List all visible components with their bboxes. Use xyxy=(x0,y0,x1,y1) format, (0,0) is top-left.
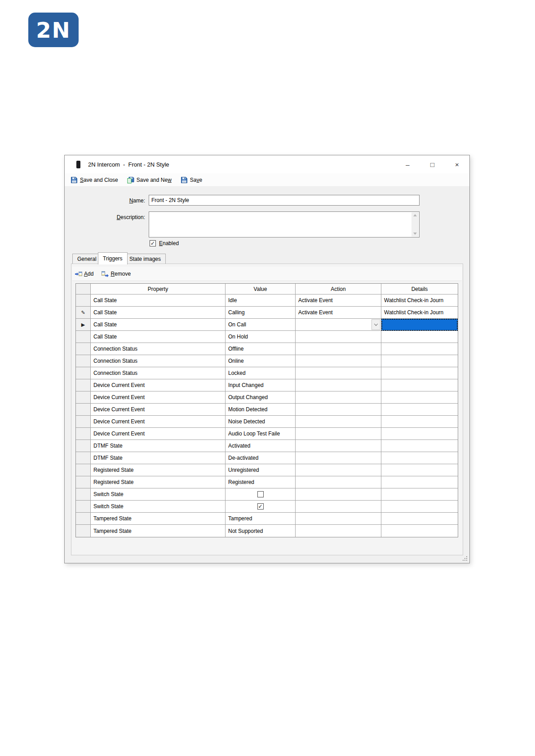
cell-property[interactable]: Connection Status xyxy=(91,355,225,367)
save-button[interactable]: Save xyxy=(181,176,202,184)
description-input[interactable] xyxy=(149,211,420,237)
cell-action[interactable] xyxy=(296,440,381,452)
cell-action[interactable]: Activate Event xyxy=(296,307,381,319)
cell-value[interactable]: Idle xyxy=(225,294,296,307)
row-header[interactable] xyxy=(76,476,91,488)
cell-property[interactable]: Call State xyxy=(91,307,225,319)
cell-details[interactable] xyxy=(381,391,458,404)
cell-value[interactable]: Not Supported xyxy=(225,525,296,537)
cell-value[interactable]: Activated xyxy=(225,440,296,452)
cell-action[interactable] xyxy=(296,513,381,525)
cell-property[interactable]: Tampered State xyxy=(91,513,225,525)
scroll-down-icon[interactable] xyxy=(413,233,417,235)
cell-action[interactable] xyxy=(296,452,381,464)
cell-property[interactable]: Registered State xyxy=(91,464,225,476)
name-input[interactable]: Front - 2N Style xyxy=(149,195,420,206)
row-header[interactable] xyxy=(76,404,91,416)
cell-property[interactable]: DTMF State xyxy=(91,452,225,464)
scroll-up-icon[interactable] xyxy=(413,214,417,216)
window-resize-grip[interactable] xyxy=(463,556,468,562)
row-header[interactable] xyxy=(76,525,91,537)
cell-details[interactable] xyxy=(381,379,458,391)
cell-details[interactable] xyxy=(381,355,458,367)
cell-property[interactable]: Tampered State xyxy=(91,525,225,537)
column-header-property[interactable]: Property xyxy=(91,284,225,294)
cell-value[interactable]: Noise Detected xyxy=(225,416,296,428)
cell-value[interactable]: Locked xyxy=(225,367,296,379)
row-header[interactable] xyxy=(76,464,91,476)
cell-property[interactable]: Call State xyxy=(91,319,225,331)
cell-value[interactable]: De-activated xyxy=(225,452,296,464)
cell-value[interactable]: Audio Loop Test Faile xyxy=(225,428,296,440)
cell-property[interactable]: Switch State xyxy=(91,488,225,501)
cell-value[interactable] xyxy=(225,488,296,501)
cell-action[interactable] xyxy=(296,343,381,355)
cell-details[interactable] xyxy=(381,488,458,501)
cell-property[interactable]: Call State xyxy=(91,294,225,307)
minimize-button[interactable]: – xyxy=(395,155,420,173)
cell-action[interactable] xyxy=(296,501,381,513)
cell-details[interactable] xyxy=(381,452,458,464)
cell-action[interactable] xyxy=(296,525,381,537)
cell-action[interactable] xyxy=(296,416,381,428)
cell-property[interactable]: Registered State xyxy=(91,476,225,488)
cell-details[interactable] xyxy=(381,404,458,416)
cell-action[interactable] xyxy=(296,404,381,416)
cell-action[interactable] xyxy=(296,379,381,391)
remove-button[interactable]: Remove xyxy=(102,270,131,277)
row-header[interactable]: ▶ xyxy=(76,319,91,331)
cell-value[interactable]: On Call xyxy=(225,319,296,331)
cell-value[interactable]: On Hold xyxy=(225,331,296,343)
save-and-close-button[interactable]: Save and Close xyxy=(71,176,118,184)
tab-general[interactable]: General xyxy=(72,254,102,264)
chevron-down-icon[interactable] xyxy=(371,319,380,330)
switch-state-checkbox[interactable]: ✓ xyxy=(257,503,264,510)
cell-action[interactable] xyxy=(296,464,381,476)
cell-action[interactable] xyxy=(296,367,381,379)
cell-details[interactable] xyxy=(381,440,458,452)
column-header-details[interactable]: Details xyxy=(381,284,458,294)
cell-property[interactable]: DTMF State xyxy=(91,440,225,452)
cell-value[interactable]: Calling xyxy=(225,307,296,319)
cell-value[interactable]: Input Changed xyxy=(225,379,296,391)
row-header[interactable] xyxy=(76,391,91,404)
row-header[interactable] xyxy=(76,513,91,525)
add-button[interactable]: Add xyxy=(75,270,93,277)
description-scrollbar[interactable] xyxy=(411,212,419,237)
cell-action[interactable] xyxy=(296,488,381,501)
row-header[interactable] xyxy=(76,331,91,343)
cell-property[interactable]: Device Current Event xyxy=(91,379,225,391)
cell-value[interactable]: Tampered xyxy=(225,513,296,525)
cell-details[interactable] xyxy=(381,476,458,488)
cell-details[interactable] xyxy=(381,464,458,476)
tab-state-images[interactable]: State images xyxy=(124,254,166,264)
cell-details[interactable] xyxy=(381,331,458,343)
title-bar[interactable]: 2N Intercom - Front - 2N Style – □ × xyxy=(65,155,469,173)
cell-value[interactable]: Motion Detected xyxy=(225,404,296,416)
row-header[interactable]: ✎ xyxy=(76,307,91,319)
column-header-action[interactable]: Action xyxy=(296,284,381,294)
cell-property[interactable]: Connection Status xyxy=(91,343,225,355)
cell-value[interactable]: Unregistered xyxy=(225,464,296,476)
cell-property[interactable]: Device Current Event xyxy=(91,404,225,416)
cell-value[interactable]: Output Changed xyxy=(225,391,296,404)
cell-action[interactable]: Activate Event xyxy=(296,294,381,307)
cell-details[interactable] xyxy=(381,501,458,513)
cell-action[interactable] xyxy=(296,428,381,440)
switch-state-checkbox[interactable] xyxy=(257,491,264,497)
cell-action[interactable] xyxy=(296,355,381,367)
row-header[interactable] xyxy=(76,355,91,367)
cell-action[interactable] xyxy=(296,331,381,343)
cell-property[interactable]: Call State xyxy=(91,331,225,343)
cell-property[interactable]: Connection Status xyxy=(91,367,225,379)
cell-details[interactable] xyxy=(381,428,458,440)
cell-property[interactable]: Device Current Event xyxy=(91,416,225,428)
cell-details[interactable] xyxy=(381,343,458,355)
row-header[interactable] xyxy=(76,428,91,440)
row-header[interactable] xyxy=(76,343,91,355)
cell-details[interactable] xyxy=(381,416,458,428)
row-header[interactable] xyxy=(76,379,91,391)
row-header[interactable] xyxy=(76,488,91,501)
row-header[interactable] xyxy=(76,367,91,379)
grid-corner-cell[interactable] xyxy=(76,284,91,294)
